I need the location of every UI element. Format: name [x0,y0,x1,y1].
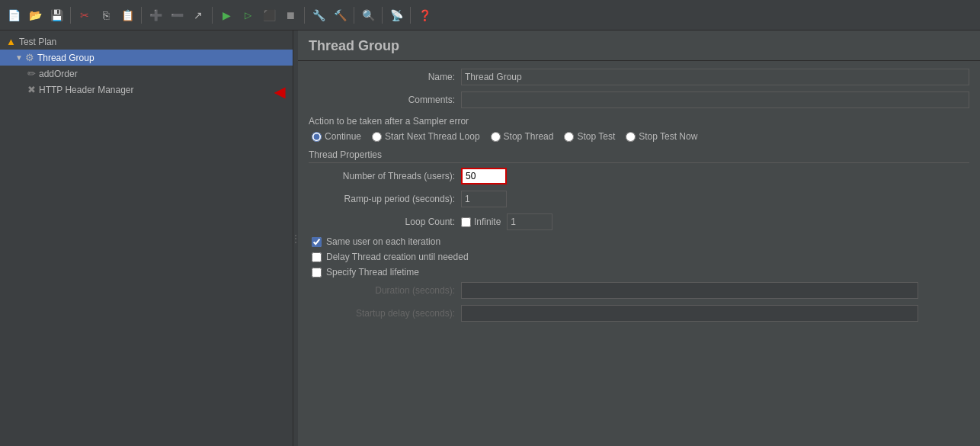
name-label: Name: [309,72,461,82]
copy-icon[interactable]: ⎘ [97,6,115,24]
add-order-icon: ✏ [27,68,36,79]
delay-thread-checkbox[interactable] [312,252,322,262]
radio-stop-thread-label: Stop Thread [504,131,554,142]
radio-stop-test[interactable]: Stop Test [564,131,615,142]
http-header-label: HTTP Header Manager [39,85,134,95]
form-area: Name: Comments: Action to be taken after… [298,61,980,335]
separator-7 [410,7,411,24]
new-icon[interactable]: 📄 [5,6,23,24]
remote-start-icon[interactable]: 🔧 [309,6,328,24]
startup-delay-row: Startup delay (seconds): [309,305,969,322]
arrow-indicator: ◀ [274,84,285,101]
loop-count-input[interactable] [507,213,552,230]
panel-title: Thread Group [298,30,980,61]
specify-lifetime-checkbox[interactable] [312,268,322,278]
sidebar-item-thread-group[interactable]: ▼ ⚙ Thread Group [0,50,293,66]
add-icon[interactable]: ➕ [146,6,165,24]
add-order-label: addOrder [39,69,78,79]
paste-icon[interactable]: 📋 [118,6,136,24]
right-panel: Thread Group Name: Comments: Action to b… [298,30,980,446]
error-action-label: Action to be taken after a Sampler error [309,116,969,127]
name-input[interactable] [461,69,969,85]
sidebar-item-test-plan[interactable]: ▲ Test Plan [0,34,293,50]
radio-continue[interactable]: Continue [312,131,361,142]
browse-icon[interactable]: ↗ [189,6,207,24]
separator-3 [212,7,213,24]
separator-6 [382,7,383,24]
stop-now-icon[interactable]: ⏹ [281,6,299,24]
ramp-up-input[interactable] [461,191,507,207]
duration-input[interactable] [461,282,918,299]
ramp-up-row: Ramp-up period (seconds): [309,191,969,207]
radio-stop-test-now-label: Stop Test Now [639,131,697,142]
num-threads-label: Number of Threads (users): [309,171,461,181]
loop-count-label: Loop Count: [309,217,461,227]
toolbar: 📄 📂 💾 ✂ ⎘ 📋 ➕ ➖ ↗ ▶ ▷ ⬛ ⏹ 🔧 🔨 🔍 📡 ❓ [0,0,980,30]
test-plan-icon: ▲ [6,36,16,47]
main-layout: ▲ Test Plan ▼ ⚙ Thread Group ✏ addOrder … [0,30,980,446]
num-threads-input[interactable] [461,168,507,184]
radio-continue-label: Continue [325,131,361,142]
same-user-row: Same user on each iteration [309,236,969,247]
open-icon[interactable]: 📂 [26,6,44,24]
startup-delay-label: Startup delay (seconds): [309,308,461,319]
sidebar: ▲ Test Plan ▼ ⚙ Thread Group ✏ addOrder … [0,30,293,446]
separator-1 [70,7,71,24]
comments-input[interactable] [461,91,969,108]
sidebar-item-http-header[interactable]: ✖ HTTP Header Manager [0,82,293,98]
separator-2 [141,7,142,24]
run-icon[interactable]: ▶ [217,6,235,24]
thread-group-label: Thread Group [37,53,94,63]
radio-stop-test-label: Stop Test [577,131,615,142]
find-icon[interactable]: 🔍 [359,6,377,24]
thread-properties-header: Thread Properties [309,149,969,163]
same-user-label: Same user on each iteration [326,236,440,247]
cut-icon[interactable]: ✂ [75,6,94,24]
separator-4 [304,7,305,24]
specify-lifetime-row: Specify Thread lifetime [309,267,969,278]
sidebar-item-add-order[interactable]: ✏ addOrder [0,66,293,82]
infinite-label: Infinite [474,217,501,227]
specify-lifetime-label: Specify Thread lifetime [326,267,419,278]
error-action-radio-group: Continue Start Next Thread Loop Stop Thr… [309,131,969,142]
run-no-pause-icon[interactable]: ▷ [239,6,257,24]
infinite-section: Infinite [461,217,501,227]
remove-icon[interactable]: ➖ [168,6,186,24]
expand-arrow-icon: ▼ [15,53,23,62]
remote-stop-icon[interactable]: 🔨 [331,6,349,24]
thread-group-icon: ⚙ [25,52,34,63]
infinite-checkbox[interactable] [461,217,471,227]
radio-start-next[interactable]: Start Next Thread Loop [372,131,480,142]
radio-stop-thread[interactable]: Stop Thread [491,131,554,142]
template-icon[interactable]: 📡 [387,6,405,24]
comments-row: Comments: [309,91,969,108]
loop-count-row: Loop Count: Infinite [309,213,969,230]
test-plan-label: Test Plan [19,37,56,47]
name-row: Name: [309,69,969,85]
ramp-up-label: Ramp-up period (seconds): [309,194,461,204]
http-header-icon: ✖ [27,84,36,95]
duration-label: Duration (seconds): [309,285,461,296]
stop-icon[interactable]: ⬛ [260,6,278,24]
same-user-checkbox[interactable] [312,237,322,247]
comments-label: Comments: [309,95,461,105]
num-threads-row: Number of Threads (users): [309,168,969,184]
delay-thread-label: Delay Thread creation until needed [326,252,469,262]
save-icon[interactable]: 💾 [47,6,66,24]
help-icon[interactable]: ❓ [415,6,434,24]
separator-5 [354,7,354,24]
delay-thread-row: Delay Thread creation until needed [309,252,969,262]
startup-delay-input[interactable] [461,305,918,322]
duration-row: Duration (seconds): [309,282,969,299]
radio-stop-test-now[interactable]: Stop Test Now [626,131,697,142]
radio-start-next-label: Start Next Thread Loop [385,131,480,142]
